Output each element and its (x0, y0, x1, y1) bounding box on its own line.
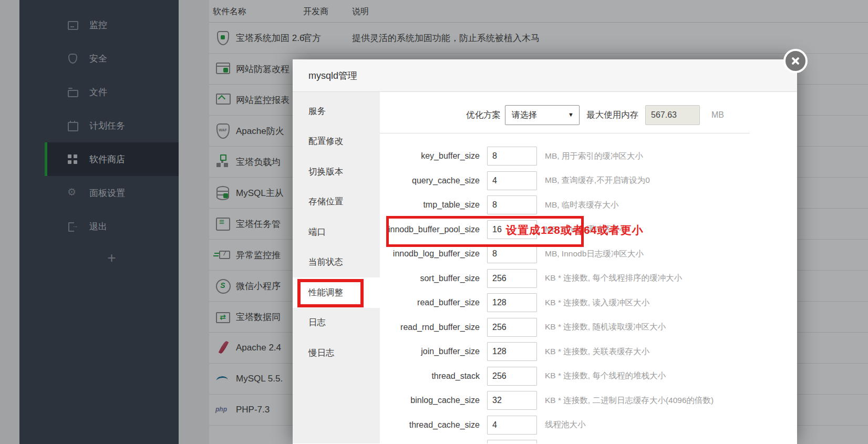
tuning-field-row: query_cache_size 4 MB, 查询缓存,不开启请设为0 (380, 169, 797, 193)
field-label: thread_stack (380, 371, 480, 381)
dialog-tab-label: 当前状态 (308, 256, 343, 268)
field-hint: MB, Innodb缓冲区大小 (545, 224, 627, 235)
max-memory-field[interactable]: 567.63 (645, 105, 700, 125)
field-value: 256 (492, 274, 507, 283)
field-input[interactable] (487, 440, 537, 443)
field-value: 128 (492, 298, 507, 307)
field-hint: KB * 连接数, 二进制日志缓存大小(4096的倍数) (545, 395, 714, 406)
field-value: 8 (492, 249, 497, 259)
field-label: read_rnd_buffer_size (380, 323, 480, 332)
dialog-tab-label: 性能调整 (308, 287, 343, 298)
tuning-field-row (380, 437, 797, 443)
field-hint: MB, 查询缓存,不开启请设为0 (545, 175, 650, 186)
field-label: read_buffer_size (380, 298, 480, 307)
field-label: thread_cache_size (380, 420, 480, 430)
field-value: 8 (492, 200, 497, 210)
field-value: 128 (492, 347, 507, 356)
field-hint: KB * 连接数, 每个线程排序的缓冲大小 (545, 273, 682, 284)
field-label: join_buffer_size (380, 347, 480, 356)
field-input[interactable]: 8 (487, 244, 537, 263)
tuning-field-row: key_buffer_size 8 MB, 用于索引的缓冲区大小 (380, 144, 797, 169)
dialog-tab[interactable]: 日志 (293, 308, 380, 338)
tuning-field-row: thread_cache_size 4 线程池大小 (380, 413, 797, 438)
field-hint: KB * 连接数, 读入缓冲区大小 (545, 297, 649, 308)
tuning-field-row: tmp_table_size 8 MB, 临时表缓存大小 (380, 193, 797, 218)
chevron-down-icon: ▼ (568, 111, 574, 118)
field-hint: 线程池大小 (545, 419, 586, 430)
tuning-field-row: sort_buffer_size 256 KB * 连接数, 每个线程排序的缓冲… (380, 266, 797, 291)
performance-pane: 优化方案 请选择 ▼ 最大使用内存 567.63 MB key_buffer_s… (380, 92, 797, 443)
field-value: 4 (492, 420, 497, 430)
scheme-select-value: 请选择 (512, 110, 537, 121)
dialog-tab[interactable]: 性能调整 (293, 277, 380, 308)
field-input[interactable]: 256 (487, 269, 537, 288)
field-input[interactable]: 4 (487, 416, 537, 435)
dialog-tab-label: 日志 (308, 317, 326, 328)
field-label: binlog_cache_size (380, 396, 480, 405)
field-hint: KB * 连接数, 关联表缓存大小 (545, 346, 649, 357)
field-hint: KB * 连接数, 随机读取缓冲区大小 (545, 322, 666, 333)
field-input[interactable]: 256 (487, 318, 537, 337)
section-divider (380, 133, 750, 133)
tuning-field-row: thread_stack 256 KB * 连接数, 每个线程的堆栈大小 (380, 364, 797, 389)
tuning-field-row: innodb_log_buffer_size 8 MB, Innodb日志缓冲区… (380, 242, 797, 266)
field-hint: MB, 临时表缓存大小 (545, 200, 618, 211)
field-input[interactable]: 128 (487, 342, 537, 361)
field-input[interactable]: 256 (487, 367, 537, 386)
dialog-tab[interactable]: 当前状态 (293, 247, 380, 278)
dialog-title: mysqld管理 (308, 69, 357, 82)
tuning-field-row: read_buffer_size 128 KB * 连接数, 读入缓冲区大小 (380, 291, 797, 315)
dialog-tab[interactable]: 服务 (293, 96, 380, 127)
dialog-tab[interactable]: 切换版本 (293, 157, 380, 187)
field-value: 4 (492, 176, 497, 185)
close-icon[interactable] (783, 49, 808, 73)
max-memory-label: 最大使用内存 (586, 109, 638, 121)
tuning-field-row: innodb_buffer_pool_size 16 MB, Innodb缓冲区… (380, 218, 797, 242)
dialog-titlebar: mysqld管理 (293, 59, 797, 92)
field-input[interactable]: 4 (487, 171, 537, 190)
tuning-field-row: binlog_cache_size 32 KB * 连接数, 二进制日志缓存大小… (380, 388, 797, 413)
dialog-tab[interactable]: 配置修改 (293, 127, 380, 157)
field-label: sort_buffer_size (380, 274, 480, 283)
field-value: 32 (492, 396, 502, 405)
dialog-tab[interactable]: 存储位置 (293, 187, 380, 218)
field-input[interactable]: 128 (487, 293, 537, 312)
field-hint: KB * 连接数, 每个线程的堆栈大小 (545, 370, 666, 381)
field-input[interactable]: 8 (487, 195, 537, 214)
field-value: 256 (492, 323, 507, 332)
dialog-tab-label: 端口 (308, 226, 326, 238)
scheme-label: 优化方案 (380, 109, 501, 121)
field-input[interactable]: 16 (487, 220, 537, 239)
max-memory-value: 567.63 (651, 110, 677, 120)
field-value: 8 (492, 151, 497, 161)
field-value: 256 (492, 371, 507, 381)
field-hint: MB, 用于索引的缓冲区大小 (545, 151, 643, 162)
scheme-select[interactable]: 请选择 ▼ (505, 105, 580, 125)
dialog-tab-label: 存储位置 (308, 196, 343, 208)
field-label: query_cache_size (380, 176, 480, 185)
tuning-field-row: join_buffer_size 128 KB * 连接数, 关联表缓存大小 (380, 339, 797, 364)
dialog-tab-list: 服务 配置修改 切换版本 存储位置 端口 当前状态 (293, 92, 380, 443)
dialog-tab-label: 切换版本 (308, 166, 343, 178)
dialog-tab-label: 配置修改 (308, 136, 343, 147)
field-label: tmp_table_size (380, 200, 480, 210)
field-input[interactable]: 8 (487, 147, 537, 166)
mysqld-dialog: mysqld管理 服务 配置修改 切换版本 存储位置 (293, 59, 797, 444)
tuning-field-row: read_rnd_buffer_size 256 KB * 连接数, 随机读取缓… (380, 315, 797, 340)
dialog-tab[interactable]: 慢日志 (293, 338, 380, 368)
field-hint: MB, Innodb日志缓冲区大小 (545, 249, 644, 260)
field-label: innodb_log_buffer_size (380, 249, 480, 259)
dialog-tab-label: 慢日志 (308, 347, 335, 359)
field-input[interactable]: 32 (487, 391, 537, 410)
dialog-tab[interactable]: 端口 (293, 217, 380, 247)
dialog-tab-label: 服务 (308, 106, 326, 117)
field-label: key_buffer_size (380, 151, 480, 161)
optimize-scheme-row: 优化方案 请选择 ▼ 最大使用内存 567.63 MB (380, 105, 797, 125)
tuning-fields: key_buffer_size 8 MB, 用于索引的缓冲区大小 query_c… (380, 144, 797, 443)
field-label: innodb_buffer_pool_size (380, 225, 480, 234)
field-value: 16 (492, 225, 502, 234)
memory-unit-label: MB (711, 110, 724, 120)
